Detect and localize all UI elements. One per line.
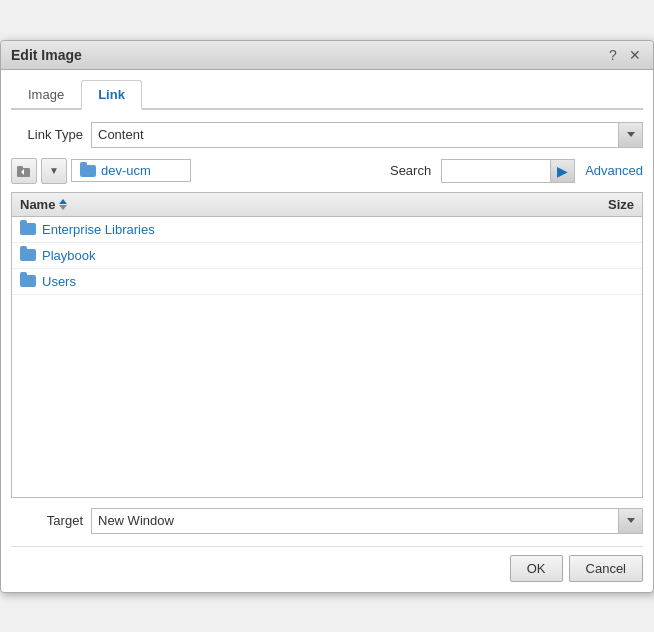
dialog-title: Edit Image [11, 47, 82, 63]
cancel-button[interactable]: Cancel [569, 555, 643, 582]
edit-image-dialog: Edit Image ? ✕ Image Link Link Type Cont… [0, 40, 654, 593]
dialog-titlebar: Edit Image ? ✕ [1, 41, 653, 70]
help-icon[interactable]: ? [605, 47, 621, 63]
search-input[interactable] [441, 159, 551, 183]
sort-down-icon [59, 205, 67, 210]
table-row[interactable]: Playbook [12, 243, 642, 269]
search-go-icon: ▶ [557, 163, 568, 179]
file-row-name: Enterprise Libraries [20, 222, 574, 237]
folder-icon [20, 249, 36, 261]
file-list-body: Enterprise Libraries Playbook Users [12, 217, 642, 497]
link-type-label: Link Type [11, 127, 91, 142]
tabs-container: Image Link [11, 80, 643, 110]
file-list-header: Name Size [12, 193, 642, 217]
folder-back-btn[interactable] [11, 158, 37, 184]
link-type-dropdown-btn[interactable] [619, 122, 643, 148]
target-select[interactable]: New Window Same Window Parent Window Top… [91, 508, 619, 534]
link-type-select[interactable]: Content URL Anchor [91, 122, 619, 148]
file-list: Name Size Enterprise Libraries [11, 192, 643, 498]
titlebar-icons: ? ✕ [605, 47, 643, 63]
toolbar-row: ▼ dev-ucm Search ▶ Advanced [11, 158, 643, 184]
link-type-select-wrap: Content URL Anchor [91, 122, 643, 148]
target-dropdown-btn[interactable] [619, 508, 643, 534]
sort-arrows[interactable] [59, 199, 67, 210]
table-row[interactable]: Enterprise Libraries [12, 217, 642, 243]
target-row: Target New Window Same Window Parent Win… [11, 508, 643, 534]
ok-button[interactable]: OK [510, 555, 563, 582]
close-icon[interactable]: ✕ [627, 47, 643, 63]
folder-icon [20, 223, 36, 235]
target-select-wrap: New Window Same Window Parent Window Top… [91, 508, 643, 534]
col-name-header: Name [20, 197, 574, 212]
link-type-row: Link Type Content URL Anchor [11, 122, 643, 148]
breadcrumb-text: dev-ucm [101, 163, 151, 178]
dialog-body: Image Link Link Type Content URL Anchor [1, 70, 653, 592]
tab-link[interactable]: Link [81, 80, 142, 110]
search-go-btn[interactable]: ▶ [551, 159, 575, 183]
tab-image[interactable]: Image [11, 80, 81, 110]
dropdown-arrow-icon: ▼ [49, 165, 59, 176]
button-row: OK Cancel [11, 546, 643, 582]
folder-back-icon [17, 165, 31, 177]
svg-rect-1 [17, 166, 23, 169]
folder-icon [80, 165, 96, 177]
table-row[interactable]: Users [12, 269, 642, 295]
chevron-down-icon [627, 132, 635, 137]
link-type-control: Content URL Anchor [91, 122, 643, 148]
target-label: Target [11, 513, 91, 528]
advanced-link[interactable]: Advanced [585, 163, 643, 178]
target-control: New Window Same Window Parent Window Top… [91, 508, 643, 534]
folder-dropdown-btn[interactable]: ▼ [41, 158, 67, 184]
file-row-name: Users [20, 274, 574, 289]
search-input-wrap: ▶ [441, 159, 575, 183]
col-size-header: Size [574, 197, 634, 212]
breadcrumb: dev-ucm [71, 159, 191, 182]
folder-icon [20, 275, 36, 287]
search-label: Search [390, 163, 431, 178]
file-row-name: Playbook [20, 248, 574, 263]
chevron-down-icon [627, 518, 635, 523]
sort-up-icon [59, 199, 67, 204]
